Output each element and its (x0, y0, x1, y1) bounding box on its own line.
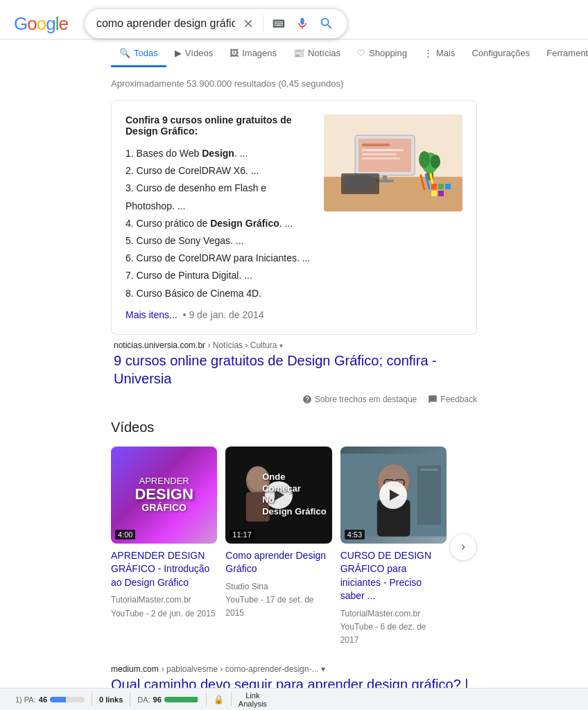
result-path: › pabloalvesme › como-aprender-design-..… (162, 664, 325, 674)
tab-shopping[interactable]: ♡ Shopping (349, 40, 415, 67)
video-meta-2: Studio Sina YouTube - 17 de set. de 2015 (225, 580, 331, 621)
video-title-3[interactable]: CURSO DE DESIGN GRÁFICO para iniciantes … (340, 549, 447, 603)
video-source-2: Studio Sina (225, 580, 331, 594)
sobre-trechos-label: Sobre trechos em destaque (315, 395, 417, 404)
nav-tabs: 🔍 Todas ▶ Vídeos 🖼 Imagens 📰 Notícias ♡ … (0, 40, 588, 67)
tab-noticias-label: Notícias (308, 48, 340, 58)
svg-rect-23 (438, 191, 444, 196)
snippet-source-area: noticias.universia.com.br › Notícias › C… (111, 340, 477, 390)
tab-imagens-label: Imagens (242, 48, 277, 58)
lock-item: 🔒 (207, 693, 232, 706)
tab-configuracoes-label: Configurações (472, 48, 530, 58)
video-card-2[interactable]: OndeComeçarNoDesign Gráfico 11:17 Como a… (225, 447, 331, 648)
svg-rect-22 (431, 191, 437, 196)
news-tab-icon: 📰 (293, 48, 304, 58)
links-item: 0 links (92, 693, 130, 706)
video-card-3[interactable]: 4:53 CURSO DE DESIGN GRÁFICO para inicia… (340, 447, 447, 648)
snippet-list: 1. Bases do Web Design. ... 2. Curso de … (126, 145, 313, 302)
logo-g1: G (14, 13, 27, 35)
snippet-title: Confira 9 cursos online gratuitos de Des… (126, 114, 313, 137)
svg-rect-19 (431, 184, 437, 189)
search-input[interactable] (96, 17, 235, 30)
logo-e: e (58, 13, 67, 35)
mais-itens-link[interactable]: Mais itens... (126, 309, 178, 320)
video-meta-3: TutorialMaster.com.br YouTube - 6 de dez… (340, 607, 447, 648)
tab-ferramentas-label: Ferramentas (546, 48, 588, 58)
source-breadcrumb: noticias.universia.com.br › Notícias › C… (114, 340, 283, 350)
source-domain: noticias.universia.com.br › Notícias › C… (114, 340, 474, 350)
svg-point-12 (419, 151, 430, 168)
video-card-1[interactable]: APRENDER DESIGN GRÁFICO 4:00 APRENDER DE… (111, 447, 217, 648)
list-item: 3. Curso de desenho em Flash e Photoshop… (126, 180, 313, 214)
da-progress-bar (164, 697, 199, 702)
feedback-icon (428, 395, 438, 404)
logo-g2: g (46, 13, 55, 35)
tab-todas[interactable]: 🔍 Todas (111, 40, 166, 67)
result-url: medium.com › pabloalvesme › como-aprende… (111, 664, 477, 674)
pa-item: 1) PA: 46 (8, 693, 92, 706)
featured-snippet: Confira 9 cursos online gratuitos de Des… (111, 100, 477, 335)
svg-rect-21 (445, 184, 451, 189)
logo-o1: o (27, 13, 36, 35)
link-analysis-item[interactable]: Link Analysis (232, 693, 274, 706)
list-item: 8. Curso Básico de Cinema 4D. (126, 285, 313, 302)
bottom-bar: 1) PA: 46 0 links DA: 96 🔒 Link Analysis (0, 688, 588, 710)
svg-point-13 (431, 155, 440, 168)
list-item: 6. Curso de CorelDRAW para Iniciantes. .… (126, 250, 313, 267)
tab-configuracoes[interactable]: Configurações (463, 40, 538, 67)
list-item: 5. Curso de Sony Vegas. ... (126, 232, 313, 250)
video-platform-date-2: YouTube - 17 de set. de 2015 (225, 594, 331, 620)
snippet-more: Mais itens... • 9 de jan. de 2014 (126, 309, 313, 320)
sobre-trechos-item[interactable]: Sobre trechos em destaque (302, 395, 417, 404)
main-content: Aproximadamente 53.900.000 resultados (0… (0, 67, 588, 710)
result-domain: medium.com (111, 664, 159, 674)
video-thumb-3: 4:53 (340, 447, 447, 544)
videos-row: APRENDER DESIGN GRÁFICO 4:00 APRENDER DE… (111, 447, 447, 648)
video-thumb-1: APRENDER DESIGN GRÁFICO 4:00 (111, 447, 217, 544)
tab-videos[interactable]: ▶ Vídeos (166, 40, 221, 67)
svg-rect-9 (362, 157, 400, 159)
tab-mais-label: Mais (436, 48, 455, 58)
lock-icon: 🔒 (214, 695, 224, 704)
tab-mais[interactable]: ⋮ Mais (415, 40, 463, 67)
video-overlay-text: OndeComeçarNoDesign Gráfico (262, 471, 326, 519)
video-source-1: TutorialMaster.com.br (111, 594, 217, 607)
clear-search-button[interactable] (241, 16, 256, 31)
snippet-result-link[interactable]: 9 cursos online gratuitos de Design Gráf… (114, 352, 474, 388)
snippet-image-svg (324, 114, 462, 211)
svg-rect-36 (420, 468, 438, 470)
video-thumb-2: OndeComeçarNoDesign Gráfico 11:17 (225, 447, 331, 544)
search-button[interactable] (318, 15, 336, 33)
image-tab-icon: 🖼 (230, 48, 239, 58)
feedback-item[interactable]: Feedback (428, 395, 477, 404)
keyboard-icon-button[interactable] (270, 15, 287, 32)
tab-videos-label: Vídeos (185, 48, 213, 58)
list-item: 4. Curso prático de Design Gráfico. ... (126, 215, 313, 232)
da-value: 96 (153, 695, 162, 704)
svg-rect-7 (362, 149, 404, 151)
google-logo[interactable]: Google (14, 13, 68, 35)
shopping-tab-icon: ♡ (357, 48, 365, 58)
search-icons (241, 15, 336, 33)
video-title-2[interactable]: Como aprender Design Gráfico (225, 549, 331, 576)
microphone-icon-button[interactable] (294, 15, 311, 32)
snippet-date: • 9 de jan. de 2014 (183, 309, 264, 320)
snippet-image (324, 114, 462, 211)
chevron-right-icon (458, 542, 469, 553)
videos-next-button[interactable] (449, 533, 477, 561)
video-tab-icon: ▶ (175, 48, 182, 58)
pa-progress-bar (50, 697, 85, 702)
videos-section-title: Vídeos (111, 419, 477, 435)
video-source-3: TutorialMaster.com.br (340, 607, 447, 621)
tab-noticias[interactable]: 📰 Notícias (285, 40, 349, 67)
link-analysis-label: Link Analysis (239, 691, 267, 708)
tab-ferramentas[interactable]: Ferramentas (538, 40, 588, 67)
tab-imagens[interactable]: 🖼 Imagens (221, 40, 285, 67)
video-title-1[interactable]: APRENDER DESIGN GRÁFICO - Introdução ao … (111, 549, 217, 590)
da-progress-fill (164, 697, 198, 702)
svg-rect-35 (417, 465, 440, 524)
videos-container: APRENDER DESIGN GRÁFICO 4:00 APRENDER DE… (111, 447, 477, 648)
play-triangle-3 (390, 490, 399, 501)
list-item: 1. Bases do Web Design. ... (126, 145, 313, 162)
tab-todas-label: Todas (134, 48, 158, 58)
